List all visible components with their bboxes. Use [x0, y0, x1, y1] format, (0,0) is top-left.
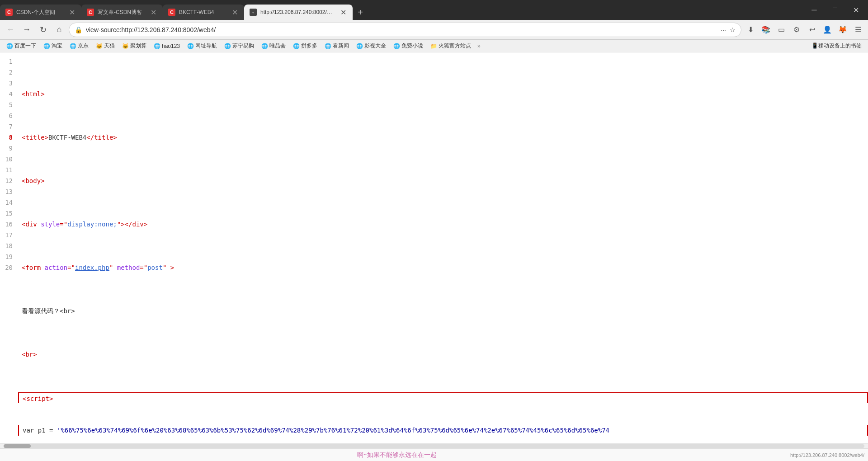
profile-button[interactable]: 👤 [821, 24, 834, 36]
firefox-icon: 🦊 [836, 24, 849, 36]
tab-favicon-1: C [5, 9, 13, 16]
download-button[interactable]: ⬇ [744, 24, 757, 36]
ln-9: 9 [4, 143, 13, 154]
tab-bkctf-web4[interactable]: C BKCTF-WEB4 ✕ [163, 5, 244, 20]
ln-14: 14 [4, 197, 13, 208]
history-button[interactable]: ↩ [806, 24, 818, 36]
scrollbar-thumb[interactable] [4, 444, 31, 448]
source-line-1: <html> [18, 89, 868, 99]
forward-button[interactable]: → [20, 23, 33, 37]
bookmark-tianmao[interactable]: 🐱天猫 [93, 41, 118, 51]
source-line-5: <form action="index.php" method="post" > [18, 262, 868, 273]
tab-label-4: http://123.206.87.240:8002/web4/ [260, 9, 335, 15]
nav-bar: ← → ↻ ⌂ 🔒 ··· ☆ ⬇ 📚 ▭ ⚙ ↩ 👤 🦊 ☰ [0, 20, 868, 40]
ln-4: 4 [4, 89, 13, 99]
globe-icon-vip: 🌐 [261, 43, 268, 49]
ln-5: 5 [4, 99, 13, 110]
maximize-button[interactable]: □ [825, 0, 845, 20]
bookmark-suning[interactable]: 🌐苏宁易购 [222, 41, 257, 51]
menu-button[interactable]: ☰ [852, 24, 864, 36]
globe-icon-pinduoduo: 🌐 [293, 43, 300, 49]
star-icon[interactable]: ☆ [730, 26, 736, 33]
tab-label-2: 写文章-CSDN博客 [98, 9, 146, 16]
ln-10: 10 [4, 154, 13, 165]
ln-17: 17 [4, 230, 13, 240]
window-controls: ─ □ ✕ [804, 0, 868, 20]
source-lines: <html> <title>BKCTF-WEB4</title> <body> … [18, 52, 868, 443]
tab-viewsource[interactable]: ● http://123.206.87.240:8002/web4/ ✕ [244, 5, 353, 20]
scrollbar-track [4, 444, 864, 448]
ln-12: 12 [4, 175, 13, 186]
source-line-7: <br> [18, 349, 868, 360]
tab-close-2[interactable]: ✕ [149, 8, 157, 16]
refresh-button[interactable]: ↻ [36, 23, 50, 37]
bookmark-more[interactable]: » [477, 43, 481, 49]
source-viewer: 1 2 3 4 5 6 7 8 9 10 11 12 13 14 15 16 1… [0, 52, 868, 443]
tab-favicon-3: C [168, 9, 175, 16]
ln-15: 15 [4, 208, 13, 219]
bookmark-hao123[interactable]: 🌐hao123 [151, 42, 183, 50]
bookmark-vip[interactable]: 🌐唯品会 [259, 41, 288, 51]
bottom-right-url: http://123.206.87.240:8002/web4/ [790, 452, 864, 458]
browser-actions: ⬇ 📚 ▭ ⚙ ↩ 👤 🦊 ☰ [744, 24, 864, 36]
source-line-8: <script> [18, 392, 868, 403]
ln-16: 16 [4, 219, 13, 230]
horizontal-scrollbar[interactable] [0, 443, 868, 448]
tab-csdn-write[interactable]: C 写文章-CSDN博客 ✕ [81, 5, 163, 20]
tab-csdn-personal[interactable]: C CSDN-个人空间 ✕ [0, 5, 81, 20]
lock-icon: 🔒 [75, 26, 82, 33]
source-line-3: <body> [18, 175, 868, 186]
bookmark-pinduoduo[interactable]: 🌐拼多多 [290, 41, 320, 51]
tab-label-1: CSDN-个人空间 [16, 9, 64, 16]
address-input[interactable] [86, 26, 717, 33]
tab-close-3[interactable]: ✕ [231, 8, 239, 16]
settings-button[interactable]: ⚙ [790, 24, 803, 36]
source-line-2: <title>BKCTF-WEB4</title> [18, 132, 868, 143]
bookmark-mobile[interactable]: 📱移动设备上的书签 [809, 41, 864, 51]
ln-2: 2 [4, 67, 13, 78]
tab-favicon-2: C [87, 9, 94, 16]
back-button[interactable]: ← [4, 23, 17, 37]
address-bar[interactable]: 🔒 ··· ☆ [69, 23, 741, 37]
ln-3: 3 [4, 78, 13, 89]
ln-1: 1 [4, 56, 13, 67]
bookmark-wangzhi[interactable]: 🌐网址导航 [184, 41, 220, 51]
ln-18: 18 [4, 240, 13, 251]
globe-icon-news: 🌐 [325, 43, 331, 49]
tab-close-1[interactable]: ✕ [68, 8, 76, 16]
tab-bar: C CSDN-个人空间 ✕ C 写文章-CSDN博客 ✕ C BKCTF-WEB… [0, 5, 804, 20]
tab-label-3: BKCTF-WEB4 [179, 9, 227, 15]
minimize-button[interactable]: ─ [804, 0, 825, 20]
globe-icon-hao123: 🌐 [154, 43, 160, 49]
more-icon: ··· [721, 26, 726, 33]
new-tab-button[interactable]: + [353, 5, 368, 20]
source-line-6: 看看源代码？<br> [18, 306, 868, 316]
bookmark-news[interactable]: 🌐看新闻 [322, 41, 352, 51]
bookmark-video[interactable]: 🌐影视大全 [354, 41, 389, 51]
bookmark-baidu[interactable]: 🌐百度一下 [4, 41, 39, 51]
globe-icon-jd: 🌐 [70, 43, 76, 49]
browser-window: C CSDN-个人空间 ✕ C 写文章-CSDN博客 ✕ C BKCTF-WEB… [0, 0, 868, 461]
ln-20: 20 [4, 262, 13, 273]
bookmark-folder[interactable]: 📁火狐官方站点 [428, 41, 474, 51]
globe-icon-taobao: 🌐 [43, 43, 50, 49]
bookmark-novel[interactable]: 🌐免费小说 [391, 41, 426, 51]
reading-mode-button[interactable]: ▭ [775, 24, 788, 36]
ln-19: 19 [4, 251, 13, 262]
tab-favicon-4: ● [250, 9, 257, 16]
bookmarks-button[interactable]: 📚 [760, 24, 772, 36]
ln-7: 7 [4, 121, 13, 132]
ln-11: 11 [4, 165, 13, 175]
home-button[interactable]: ⌂ [52, 23, 66, 37]
globe-icon-novel: 🌐 [393, 43, 400, 49]
globe-icon-suning: 🌐 [224, 43, 231, 49]
bookmark-jd[interactable]: 🌐京东 [67, 41, 91, 51]
globe-icon-wangzhi: 🌐 [187, 43, 194, 49]
tab-close-4[interactable]: ✕ [339, 8, 347, 16]
close-button[interactable]: ✕ [845, 0, 866, 20]
bookmark-taobao[interactable]: 🌐淘宝 [41, 41, 65, 51]
bookmark-juhuasuan[interactable]: 🐱聚划算 [119, 41, 149, 51]
bookmark-bar: 🌐百度一下 🌐淘宝 🌐京东 🐱天猫 🐱聚划算 🌐hao123 🌐网址导航 🌐苏宁… [0, 40, 868, 52]
bottom-center-text: 啊~如果不能够永远在在一起 [4, 451, 790, 459]
globe-icon-baidu: 🌐 [6, 43, 13, 49]
